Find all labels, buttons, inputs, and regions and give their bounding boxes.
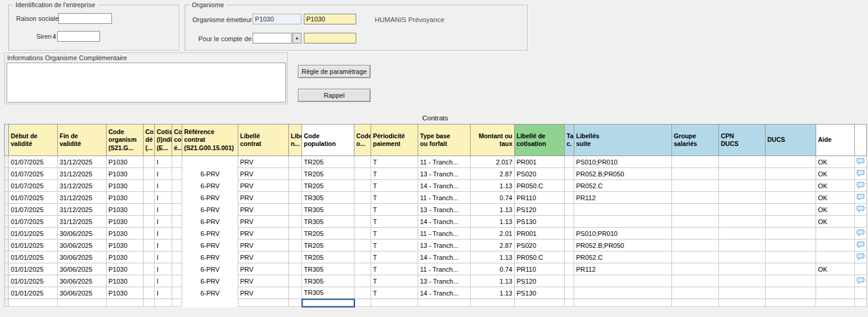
cell-coc[interactable] — [172, 228, 182, 240]
cell-lib_cotisation[interactable]: PS120 — [515, 204, 565, 216]
cell-cotis[interactable]: I — [155, 263, 172, 275]
cell-type_base[interactable]: 14 - Tranch... — [418, 216, 471, 228]
cell-code_org[interactable]: P1030 — [107, 216, 144, 228]
cell-cpn[interactable] — [719, 299, 766, 307]
cell-lib_suite[interactable] — [574, 287, 672, 299]
cell-periodicite[interactable]: T — [371, 275, 418, 287]
cell-lib_cotisation[interactable]: PR110 — [515, 192, 565, 204]
cell-reference[interactable]: 6-PRV — [182, 287, 238, 299]
cell-ta[interactable] — [565, 240, 574, 251]
cell-lib_contrat[interactable]: PRV — [238, 287, 289, 299]
cell-libe[interactable] — [289, 156, 302, 168]
cell-cotis[interactable]: I — [155, 192, 172, 204]
cell-ducs[interactable] — [766, 216, 816, 228]
cell-type_base[interactable]: 13 - Tranch... — [418, 275, 471, 287]
cell-type_base[interactable]: 14 - Tranch... — [418, 251, 471, 263]
cell-code_org[interactable]: P1030 — [107, 156, 144, 168]
cell-cotis[interactable]: I — [155, 156, 172, 168]
cell-lib_suite[interactable]: PR052.B;PR050 — [574, 240, 672, 251]
cell-periodicite[interactable]: T — [371, 216, 418, 228]
cell-groupe[interactable] — [672, 263, 719, 275]
cell-cpn[interactable] — [719, 204, 766, 216]
cell-cpn[interactable] — [719, 251, 766, 263]
col-header-aide[interactable]: Aide — [816, 125, 855, 156]
cell-debut[interactable]: 01/01/2025 — [9, 263, 58, 275]
cell-debut[interactable]: 01/07/2025 — [9, 204, 58, 216]
col-header-code_pop[interactable]: Code population — [302, 125, 354, 156]
cell-sel[interactable] — [5, 168, 9, 180]
cell-groupe[interactable] — [672, 168, 719, 180]
cell-lib_contrat[interactable]: PRV — [238, 156, 289, 168]
cell-groupe[interactable] — [672, 192, 719, 204]
cell-aide[interactable]: OK — [816, 156, 855, 168]
col-header-fin[interactable]: Fin de validité — [58, 125, 107, 156]
infos-organisme-textarea[interactable] — [7, 63, 286, 102]
cell-cpn[interactable] — [719, 168, 766, 180]
cell-code_pop[interactable]: TR305 — [302, 287, 354, 299]
cell-lib_contrat[interactable]: PRV — [238, 180, 289, 192]
cell-coc[interactable] — [172, 287, 182, 299]
cell-note[interactable] — [855, 263, 867, 275]
cell-montant[interactable]: 2.87 — [471, 240, 515, 251]
regle-parametrage-button[interactable]: Règle de paramétrage — [298, 65, 371, 78]
cell-code_pop[interactable]: TR305 — [302, 275, 354, 287]
cell-ducs[interactable] — [766, 251, 816, 263]
cell-code_pop[interactable]: TR205 — [302, 251, 354, 263]
col-header-cotis[interactable]: Cotis (I)ndi (E... — [155, 125, 172, 156]
cell-fin[interactable]: 31/12/2025 — [58, 168, 107, 180]
cell-cpn[interactable] — [719, 228, 766, 240]
cell-libe[interactable] — [289, 168, 302, 180]
cell-groupe[interactable] — [672, 287, 719, 299]
comment-bubble-icon[interactable] — [857, 253, 864, 260]
cell-ta[interactable] — [565, 299, 574, 307]
cell-sel[interactable] — [5, 192, 9, 204]
cell-lib_contrat[interactable]: PRV — [238, 192, 289, 204]
cell-coc[interactable] — [172, 216, 182, 228]
cell-fin[interactable]: 30/06/2025 — [58, 263, 107, 275]
cell-coc[interactable] — [172, 299, 182, 307]
col-header-libe[interactable]: Libe n... — [289, 125, 302, 156]
cell-cpn[interactable] — [719, 192, 766, 204]
cell-ducs[interactable] — [766, 180, 816, 192]
cell-lib_contrat[interactable]: PRV — [238, 204, 289, 216]
cell-code_org[interactable]: P1030 — [107, 192, 144, 204]
siren-input[interactable] — [57, 31, 100, 42]
cell-fin[interactable]: 31/12/2025 — [58, 192, 107, 204]
cell-lib_cotisation[interactable]: PS020 — [515, 168, 565, 180]
cell-co[interactable] — [144, 287, 155, 299]
cell-code_o[interactable] — [354, 192, 371, 204]
cell-note[interactable] — [855, 216, 867, 228]
cell-sel[interactable] — [5, 228, 9, 240]
cell-lib_suite[interactable] — [574, 275, 672, 287]
cell-lib_contrat[interactable] — [238, 299, 289, 307]
cell-co[interactable] — [144, 299, 155, 307]
cell-lib_cotisation[interactable]: PS120 — [515, 275, 565, 287]
cell-lib_contrat[interactable]: PRV — [238, 275, 289, 287]
cell-co[interactable] — [144, 275, 155, 287]
table-row[interactable]: 01/01/202530/06/2025P1030I6-PRVPRVTR205T… — [5, 240, 867, 251]
cell-fin[interactable]: 30/06/2025 — [58, 287, 107, 299]
cell-periodicite[interactable]: T — [371, 156, 418, 168]
cell-ta[interactable] — [565, 156, 574, 168]
cell-ducs[interactable] — [766, 156, 816, 168]
cell-fin[interactable]: 31/12/2025 — [58, 204, 107, 216]
cell-montant[interactable]: 2.87 — [471, 168, 515, 180]
cell-groupe[interactable] — [672, 275, 719, 287]
cell-debut[interactable]: 01/07/2025 — [9, 216, 58, 228]
cell-aide[interactable]: OK — [816, 204, 855, 216]
col-header-reference[interactable]: Référence contrat (S21.G00.15.001) — [182, 125, 238, 156]
cell-code_o[interactable] — [354, 275, 371, 287]
cell-code_org[interactable]: P1030 — [107, 251, 144, 263]
cell-periodicite[interactable]: T — [371, 180, 418, 192]
col-header-lib_contrat[interactable]: Libellé contrat — [238, 125, 289, 156]
col-header-code_o[interactable]: Code o... — [354, 125, 371, 156]
cell-code_pop[interactable]: TR205 — [302, 240, 354, 251]
cell-code_o[interactable] — [354, 263, 371, 275]
cell-lib_contrat[interactable]: PRV — [238, 216, 289, 228]
comment-bubble-icon[interactable] — [857, 241, 864, 248]
cell-coc[interactable] — [172, 156, 182, 168]
cell-note[interactable] — [855, 275, 867, 287]
cell-fin[interactable]: 30/06/2025 — [58, 228, 107, 240]
cell-coc[interactable] — [172, 192, 182, 204]
cell-lib_cotisation[interactable]: PS020 — [515, 240, 565, 251]
